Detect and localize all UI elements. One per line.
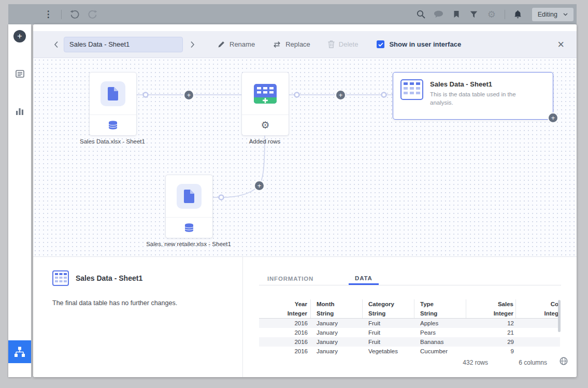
toolbar-divider [505, 10, 505, 19]
bell-icon [514, 10, 522, 19]
file-tile [101, 81, 125, 106]
data-table-header-bar: Rename Replace Delete Show in user inter… [33, 31, 577, 58]
database-icon [184, 223, 194, 232]
tabs-divider [259, 285, 561, 285]
column-header: Sales [466, 299, 516, 309]
document-icon [184, 190, 194, 203]
chevron-left-icon [54, 41, 59, 48]
prev-table-button[interactable] [54, 41, 59, 48]
node-footer [90, 115, 136, 135]
close-button[interactable]: × [557, 39, 564, 50]
data-table-icon [400, 79, 423, 100]
cell: January [311, 337, 363, 347]
plus-icon: + [551, 114, 555, 121]
toolbar-divider [61, 10, 62, 19]
add-transformation-button[interactable]: + [254, 180, 265, 191]
final-node-title: Sales Data - Sheet1 [430, 80, 533, 88]
rename-button[interactable]: Rename [218, 40, 255, 48]
cell: 2016 [259, 328, 311, 337]
cell [516, 328, 560, 337]
notifications-button[interactable] [509, 4, 527, 24]
plus-icon: + [257, 182, 262, 189]
column-type: String [311, 309, 363, 318]
cell: 12 [466, 319, 516, 328]
check-icon [378, 42, 383, 47]
left-sidebar: + [8, 24, 31, 377]
cell: Fruit [363, 337, 414, 347]
details-header: Sales Data - Sheet1 [52, 270, 227, 286]
node-label: Added rows [203, 138, 327, 145]
comment-icon [434, 10, 443, 18]
cell: Fruit [363, 319, 414, 328]
replace-button[interactable]: Replace [273, 40, 310, 48]
cell [516, 319, 560, 328]
data-canvas-panel: Rename Replace Delete Show in user inter… [33, 24, 577, 377]
show-in-ui-group: Show in user interface [377, 40, 461, 48]
node-source-file-2[interactable] [165, 175, 213, 238]
node-final-table[interactable]: Sales Data - Sheet1 This is the data tab… [393, 72, 553, 120]
show-in-ui-checkbox[interactable] [377, 40, 384, 48]
delete-button[interactable]: Delete [328, 40, 358, 48]
table-vertical-scrollbar[interactable] [558, 300, 561, 332]
cell: Bananas [414, 337, 466, 347]
node-label: Sales, new retailer.xlsx - Sheet1 [126, 241, 251, 247]
cell [516, 347, 560, 356]
sidebar-item-pages[interactable] [15, 69, 24, 78]
swap-arrows-icon [273, 41, 281, 48]
column-type: String [363, 309, 414, 318]
mode-dropdown-label: Editing [538, 11, 557, 18]
column-type: Integer [466, 309, 516, 318]
add-content-button[interactable]: + [13, 30, 26, 42]
table-name-input[interactable] [64, 37, 183, 52]
node-footer [166, 218, 212, 238]
locale-button[interactable] [560, 357, 568, 367]
bookmark-icon [453, 10, 460, 18]
column-types-row: Integer String String String Integer Int… [259, 309, 560, 318]
cell: Cucumber [414, 347, 466, 356]
column-names-row: Year Month Category Type Sales Co [259, 299, 560, 309]
add-rows-columns-button[interactable]: + [548, 112, 558, 123]
filter-button[interactable] [465, 4, 483, 24]
final-node-text: Sales Data - Sheet1 This is the data tab… [430, 79, 533, 112]
table-row: 2016 January Vegetables Cucumber 9 [259, 347, 560, 356]
cell: January [311, 347, 363, 356]
plus-icon: + [187, 92, 191, 98]
bookmarks-button[interactable] [448, 4, 465, 24]
add-transformation-button[interactable]: + [335, 90, 346, 100]
node-added-rows[interactable]: ⚙ [241, 72, 289, 136]
cell: January [311, 328, 363, 337]
cell: Vegetables [363, 347, 414, 356]
node-footer: ⚙ [242, 115, 289, 135]
cell: 2016 [259, 347, 311, 356]
cell: 2016 [259, 319, 311, 328]
details-title: Sales Data - Sheet1 [76, 274, 142, 282]
trash-icon [328, 40, 335, 48]
show-in-ui-label: Show in user interface [389, 40, 461, 48]
redo-icon [88, 10, 97, 19]
tab-information[interactable]: INFORMATION [261, 272, 320, 285]
search-button[interactable] [412, 4, 430, 24]
node-body [166, 175, 212, 218]
node-source-file-1[interactable] [89, 72, 137, 136]
search-icon [417, 10, 425, 19]
tab-data[interactable]: DATA [349, 272, 378, 285]
top-toolbar: ⋮ ⚙ Editing [8, 4, 577, 24]
data-table-icon [52, 270, 69, 286]
add-transformation-button[interactable]: + [183, 90, 194, 100]
column-header: Month [311, 299, 363, 309]
settings-button[interactable]: ⚙ [483, 4, 500, 24]
gear-icon: ⚙ [487, 9, 496, 20]
data-canvas-button[interactable] [8, 340, 31, 363]
row-count: 432 rows [463, 359, 488, 366]
data-canvas-icon [14, 346, 25, 357]
menu-kebab-button[interactable]: ⋮ [39, 4, 57, 24]
data-preview-pane: INFORMATION DATA Year Month Category Typ… [243, 257, 577, 377]
comments-button[interactable] [430, 4, 448, 24]
mode-dropdown[interactable]: Editing [532, 8, 573, 21]
cell: January [311, 319, 363, 328]
cell: 29 [466, 337, 516, 347]
sidebar-item-visualizations[interactable] [15, 107, 24, 115]
redo-button[interactable] [83, 4, 101, 24]
undo-button[interactable] [66, 4, 83, 24]
next-table-button[interactable] [190, 41, 195, 48]
